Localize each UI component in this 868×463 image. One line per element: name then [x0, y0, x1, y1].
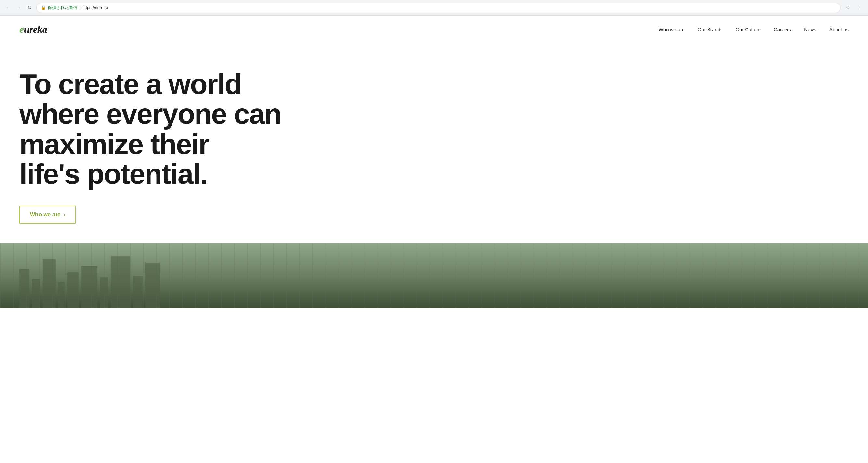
building-shape: [42, 259, 56, 308]
logo-rest: ureka: [24, 23, 47, 35]
building-shape: [32, 279, 40, 308]
who-we-are-cta-button[interactable]: Who we are ›: [20, 205, 76, 224]
url-protocol: https://: [82, 5, 95, 10]
chevron-right-icon: ›: [64, 212, 65, 217]
back-button[interactable]: ←: [4, 3, 13, 12]
building-shape: [111, 256, 130, 308]
browser-nav-buttons: ← → ↻: [4, 3, 34, 12]
building-shape: [133, 276, 143, 308]
nav-news[interactable]: News: [804, 27, 816, 32]
nav-our-culture[interactable]: Our Culture: [736, 27, 761, 32]
building-shape: [145, 263, 160, 308]
address-bar[interactable]: 🔒 保護された通信 | https://eure.jp: [36, 3, 841, 13]
building-shape: [20, 269, 29, 308]
building-shape: [100, 277, 108, 308]
url-domain: eure.jp: [95, 5, 108, 10]
bookmark-button[interactable]: ☆: [843, 3, 852, 12]
site-header: eureka Who we are Our Brands Our Culture…: [0, 15, 868, 43]
building-shape: [58, 282, 65, 308]
main-nav: Who we are Our Brands Our Culture Career…: [659, 27, 848, 32]
hero-line-1: To create a world: [20, 68, 241, 100]
hero-line-2: where everyone can maximize their: [20, 98, 281, 160]
lock-icon: 🔒: [41, 5, 46, 10]
building-shape: [67, 272, 79, 308]
forward-button[interactable]: →: [14, 3, 23, 12]
url-separator: |: [79, 5, 80, 10]
website-content: eureka Who we are Our Brands Our Culture…: [0, 15, 868, 308]
url-text: https://eure.jp: [82, 5, 108, 10]
hero-headline: To create a world where everyone can max…: [20, 69, 409, 189]
menu-button[interactable]: ⋮: [855, 3, 864, 12]
logo-e-char: e: [20, 23, 24, 35]
hero-image-section: [0, 243, 868, 308]
hero-section: To create a world where everyone can max…: [0, 43, 868, 243]
secure-text: 保護された通信: [48, 5, 77, 11]
building-shapes: [0, 243, 868, 308]
nav-who-we-are[interactable]: Who we are: [659, 27, 685, 32]
site-logo[interactable]: eureka: [20, 23, 47, 35]
browser-chrome: ← → ↻ 🔒 保護された通信 | https://eure.jp ☆ ⋮: [0, 0, 868, 15]
browser-actions: ☆ ⋮: [843, 3, 864, 12]
nav-about-us[interactable]: About us: [829, 27, 848, 32]
hero-line-3: life's potential.: [20, 158, 208, 190]
cta-label: Who we are: [30, 211, 60, 218]
nav-careers[interactable]: Careers: [774, 27, 791, 32]
reload-button[interactable]: ↻: [25, 3, 34, 12]
building-shape: [81, 266, 97, 308]
nav-our-brands[interactable]: Our Brands: [698, 27, 723, 32]
logo-text: eureka: [20, 23, 47, 35]
